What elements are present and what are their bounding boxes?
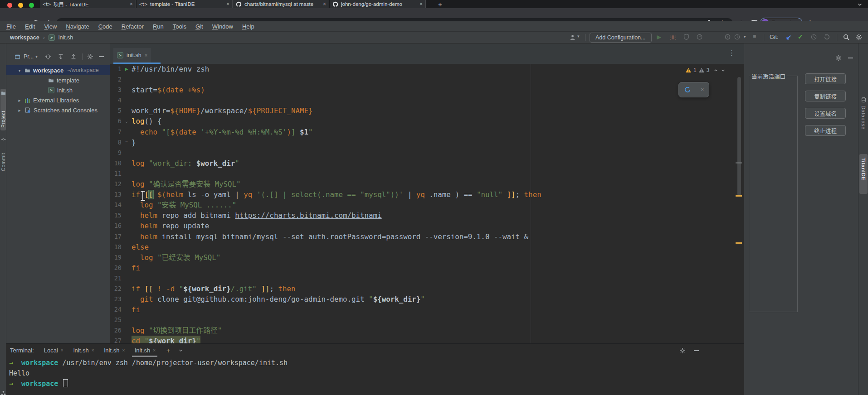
- menu-item-edit[interactable]: Edit: [20, 23, 39, 30]
- menu-item-run[interactable]: Run: [148, 23, 168, 30]
- code-line[interactable]: 16 helm repo update: [110, 221, 744, 231]
- stripe-database-label[interactable]: Database: [861, 106, 866, 149]
- expand-all-icon[interactable]: [58, 53, 64, 60]
- locate-target-icon[interactable]: [45, 53, 51, 60]
- port-button-3[interactable]: 设置域名: [805, 108, 846, 119]
- run-icon[interactable]: ▶: [657, 34, 661, 40]
- next-issue-chevron-icon[interactable]: [721, 68, 726, 73]
- tree-item-workspace[interactable]: ▾workspace~/workspace: [6, 65, 110, 75]
- profiler-gauge-icon[interactable]: [696, 34, 703, 40]
- code-line[interactable]: 9: [110, 148, 744, 158]
- terminal-tab-2[interactable]: init.sh×: [73, 344, 94, 357]
- panel-settings-gear-icon[interactable]: [87, 53, 93, 60]
- database-icon[interactable]: [861, 97, 867, 103]
- project-folder-icon[interactable]: [1, 91, 6, 96]
- menu-item-help[interactable]: Help: [238, 23, 259, 30]
- menu-item-navigate[interactable]: Navigate: [61, 23, 93, 30]
- editor[interactable]: 1▶#!/usr/bin/env zsh23start=$(date +%s)4…: [110, 64, 744, 343]
- chevron-down-icon[interactable]: ▾: [17, 68, 22, 73]
- editor-tab-init-sh[interactable]: > init.sh ×: [113, 48, 151, 63]
- code-line[interactable]: 26log "切换到项目工作路径": [110, 325, 744, 336]
- code-line[interactable]: 4: [110, 95, 744, 106]
- stripe-project-label[interactable]: Project: [0, 98, 6, 128]
- breadcrumb-file[interactable]: init.sh: [59, 34, 73, 41]
- code-line[interactable]: 17 helm install mysql bitnami/mysql --se…: [110, 231, 744, 242]
- terminal-tab-3[interactable]: init.sh×: [104, 344, 125, 357]
- editor-options-kebab-icon[interactable]: ⋮: [728, 49, 735, 57]
- tree-item-external-libraries[interactable]: ▸External Libraries: [6, 95, 110, 105]
- menu-item-tools[interactable]: Tools: [168, 23, 191, 30]
- chevron-down-icon[interactable]: ▾: [744, 34, 746, 39]
- terminal-tab-1[interactable]: Local×: [44, 344, 63, 357]
- chevron-down-icon[interactable]: ▾: [35, 54, 38, 59]
- close-icon[interactable]: ×: [153, 348, 156, 353]
- code-line[interactable]: 22if [[ ! -d "${work_dir}/.git" ]]; then: [110, 284, 744, 294]
- close-tab-icon[interactable]: ×: [419, 1, 423, 7]
- editor-scrollbar[interactable]: [737, 77, 741, 196]
- menu-item-git[interactable]: Git: [191, 23, 208, 30]
- close-icon[interactable]: ×: [122, 348, 125, 353]
- port-button-4[interactable]: 终止进程: [805, 125, 846, 136]
- maximize-window-button[interactable]: [29, 3, 34, 8]
- prev-issue-chevron-icon[interactable]: [713, 68, 718, 73]
- code-line[interactable]: 7 echo "[$(date '+%Y-%m-%d %H:%M.%S')] $…: [110, 127, 744, 137]
- browser-tab[interactable]: john-deng/go-admin-demo×: [330, 0, 426, 8]
- profiler-clock-icon[interactable]: [734, 34, 741, 40]
- code-line[interactable]: 6⌄log() {: [110, 116, 744, 126]
- code-line[interactable]: 5work_dir=${HOME}/workspace/${PROJECT_NA…: [110, 106, 744, 116]
- coverage-shield-icon[interactable]: [683, 34, 690, 40]
- close-icon[interactable]: ×: [92, 348, 94, 353]
- refresh-icon[interactable]: [684, 86, 691, 93]
- fold-marker[interactable]: ⌄: [122, 116, 132, 126]
- menu-item-code[interactable]: Code: [94, 23, 117, 30]
- code-line[interactable]: 2: [110, 74, 744, 85]
- close-window-button[interactable]: [7, 3, 12, 8]
- add-configuration-button[interactable]: Add Configuration...: [590, 33, 652, 43]
- close-tab-icon[interactable]: ×: [226, 1, 229, 7]
- menu-item-window[interactable]: Window: [208, 23, 238, 30]
- terminal-output[interactable]: → workspace /usr/bin/env zsh /home/proje…: [9, 358, 288, 389]
- minimize-window-button[interactable]: [18, 3, 23, 8]
- close-tab-icon[interactable]: ×: [323, 1, 326, 7]
- project-view-icon[interactable]: [15, 54, 20, 60]
- hide-terminal-icon[interactable]: [694, 350, 699, 351]
- browser-tab[interactable]: charts/bitnami/mysql at maste×: [233, 0, 329, 8]
- terminal-settings-gear-icon[interactable]: [679, 347, 686, 354]
- tree-item-scratches-and-consoles[interactable]: ▸Scratches and Consoles: [6, 105, 110, 115]
- tab-overflow-chevron-icon[interactable]: [857, 2, 863, 7]
- terminal-tab-4[interactable]: init.sh×: [135, 344, 156, 357]
- code-line[interactable]: 14 log "安装 MySQL ......": [110, 200, 744, 210]
- structure-icon[interactable]: [1, 390, 6, 395]
- code-line[interactable]: 19 log "已经安装 MySQL": [110, 252, 744, 263]
- run-gutter-icon[interactable]: ▶: [122, 64, 132, 74]
- code-line[interactable]: 11: [110, 169, 744, 179]
- close-icon[interactable]: ×: [145, 53, 147, 58]
- browser-tab[interactable]: <t>项目 - TitanIDE×: [40, 0, 136, 8]
- code-line[interactable]: 18else: [110, 242, 744, 252]
- tree-item-template[interactable]: template: [6, 75, 110, 85]
- code-line[interactable]: 24fi: [110, 304, 744, 315]
- code-line[interactable]: 21: [110, 273, 744, 284]
- run-with-profile-person-icon[interactable]: [570, 34, 576, 41]
- chevron-down-icon[interactable]: ▾: [577, 34, 580, 39]
- code-line[interactable]: 12log "确认是否需要安装 MySQL": [110, 179, 744, 189]
- close-tab-icon[interactable]: ×: [130, 1, 133, 7]
- new-terminal-plus-icon[interactable]: +: [166, 347, 170, 354]
- code-line[interactable]: 15 helm repo add bitnami https://charts.…: [110, 210, 744, 221]
- collapse-all-icon[interactable]: [70, 53, 77, 60]
- chevron-right-icon[interactable]: ▸: [17, 108, 22, 113]
- debug-bug-icon[interactable]: [669, 34, 677, 41]
- git-commit-check-icon[interactable]: ✓: [798, 33, 803, 40]
- settings-gear-icon[interactable]: [855, 34, 863, 41]
- menu-item-view[interactable]: View: [39, 23, 61, 30]
- terminal-dropdown-chevron-icon[interactable]: [178, 348, 183, 353]
- sync-popup[interactable]: ×: [678, 82, 709, 97]
- browser-tab[interactable]: <t>template - TitanIDE×: [137, 0, 233, 8]
- concurrency-ring-icon[interactable]: [724, 34, 731, 40]
- code-line[interactable]: 10log "work_dir: $work_dir": [110, 158, 744, 169]
- hide-panel-icon[interactable]: [848, 58, 853, 58]
- new-tab-button[interactable]: +: [438, 0, 442, 8]
- code-line[interactable]: 20fi: [110, 263, 744, 273]
- code-line[interactable]: 13if [[ $(helm ls -o yaml | yq '(.[] | s…: [110, 189, 744, 200]
- code-line[interactable]: 25: [110, 315, 744, 325]
